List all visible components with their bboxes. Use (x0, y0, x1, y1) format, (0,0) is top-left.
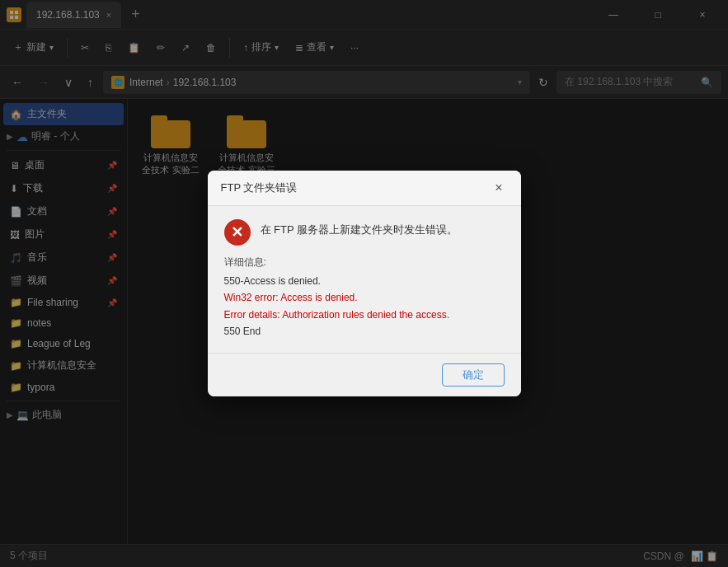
dialog-close-button[interactable]: × (490, 179, 507, 197)
modal-overlay: FTP 文件夹错误 × ✕ 在 FTP 服务器上新建文件夹时发生错误。 详细信息… (0, 0, 728, 567)
dialog-detail-text: 550-Access is denied. Win32 error: Acces… (224, 273, 505, 340)
ok-button[interactable]: 确定 (442, 363, 505, 387)
dialog-title-bar: FTP 文件夹错误 × (208, 171, 521, 206)
ftp-error-dialog: FTP 文件夹错误 × ✕ 在 FTP 服务器上新建文件夹时发生错误。 详细信息… (208, 171, 521, 397)
dialog-title: FTP 文件夹错误 (221, 180, 298, 195)
dialog-detail-label: 详细信息: (224, 255, 505, 269)
detail-line2: Win32 error: Access is denied. (224, 289, 505, 306)
detail-line1: 550-Access is denied. (224, 273, 505, 289)
detail-line3: Error details: Authorization rules denie… (224, 307, 505, 323)
dialog-body: ✕ 在 FTP 服务器上新建文件夹时发生错误。 详细信息: 550-Access… (208, 206, 521, 354)
dialog-header-row: ✕ 在 FTP 服务器上新建文件夹时发生错误。 (224, 219, 505, 246)
error-icon: ✕ (224, 219, 251, 246)
dialog-main-text: 在 FTP 服务器上新建文件夹时发生错误。 (261, 219, 458, 237)
dialog-footer: 确定 (208, 353, 521, 396)
detail-line4: 550 End (224, 323, 505, 340)
